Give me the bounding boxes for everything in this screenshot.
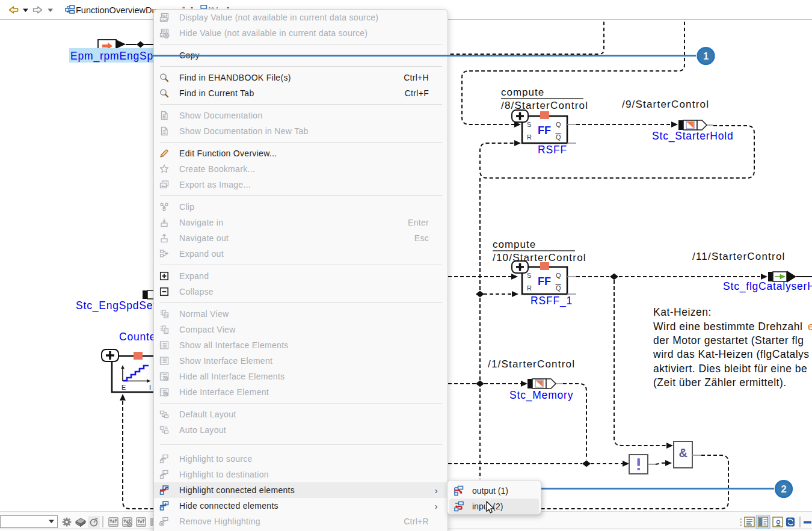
svg-text:FF: FF: [538, 124, 551, 137]
svg-text:S: S: [527, 121, 531, 128]
svg-text:/11/StarterControl: /11/StarterControl: [692, 251, 786, 262]
svg-text:aktiviert. Dies bleibt für ein: aktiviert. Dies bleibt für eine be: [653, 363, 807, 375]
svg-text:Kat-Heizen:: Kat-Heizen:: [653, 306, 712, 318]
svg-text:compute: compute: [501, 87, 544, 98]
svg-text:I: I: [149, 384, 151, 391]
svg-text:Epm_rpmEngSpd: Epm_rpmEngSpd: [70, 50, 160, 63]
svg-text:/8/StarterControl: /8/StarterControl: [501, 100, 588, 111]
svg-text:Stc_StarterHold: Stc_StarterHold: [652, 130, 734, 143]
svg-text:Q: Q: [556, 134, 561, 141]
svg-text:Wird eine bestimmte Drehzahl: Wird eine bestimmte Drehzahl: [653, 321, 802, 333]
svg-text:A: A: [165, 425, 168, 431]
svg-text:C: C: [165, 329, 168, 333]
svg-text:der Motor gestartet (Starter f: der Motor gestartet (Starter flg: [653, 334, 804, 346]
svg-text:Stc_Memory: Stc_Memory: [509, 389, 573, 402]
svg-text:E: E: [121, 384, 126, 391]
svg-text:/10/StarterControl: /10/StarterControl: [493, 252, 586, 263]
svg-text:2: 2: [781, 483, 786, 494]
svg-text:N: N: [165, 313, 168, 318]
svg-text:RSFF_1: RSFF_1: [531, 295, 573, 307]
svg-text:Q: Q: [556, 272, 561, 279]
svg-text:&: &: [679, 446, 687, 459]
svg-text:FF: FF: [538, 275, 551, 287]
svg-text:/9/StarterControl: /9/StarterControl: [622, 99, 709, 110]
svg-text:Stc_EngSpdSet: Stc_EngSpdSet: [76, 299, 156, 312]
svg-text:S: S: [527, 272, 531, 279]
svg-text:Stc_flgCatalyserHo: Stc_flgCatalyserHo: [723, 280, 812, 293]
svg-text:wird das Kat-Heizen (flgCataly: wird das Kat-Heizen (flgCatalys: [653, 348, 810, 360]
svg-text:(Zeit über Zähler ermittelt).: (Zeit über Zähler ermittelt).: [653, 376, 787, 388]
svg-text:compute: compute: [493, 239, 536, 250]
svg-text:/1/StarterControl: /1/StarterControl: [488, 358, 575, 370]
svg-text:R: R: [527, 284, 532, 292]
svg-text:R: R: [527, 134, 532, 141]
svg-text:Q: Q: [556, 284, 561, 292]
svg-text:er: er: [808, 321, 812, 333]
svg-text:Q: Q: [556, 121, 561, 128]
svg-text:RSFF: RSFF: [538, 144, 567, 156]
